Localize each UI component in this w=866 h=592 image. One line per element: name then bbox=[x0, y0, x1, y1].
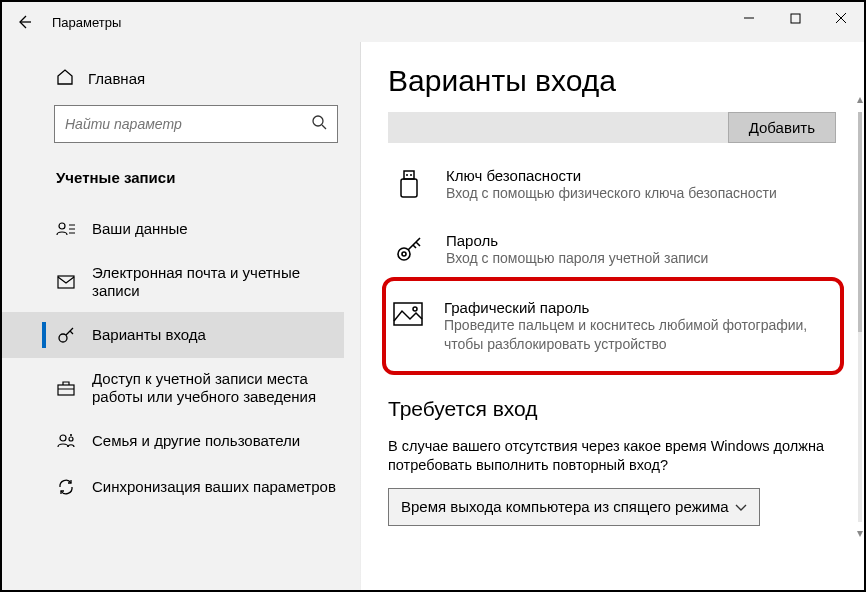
close-button[interactable] bbox=[818, 2, 864, 34]
sidebar-item-label: Электронная почта и учетные записи bbox=[92, 264, 344, 300]
scroll-down-icon[interactable]: ▾ bbox=[852, 526, 864, 542]
minimize-button[interactable] bbox=[726, 2, 772, 34]
svg-rect-3 bbox=[58, 276, 74, 288]
section-title: Учетные записи bbox=[56, 169, 344, 186]
option-text: Пароль Вход с помощью пароля учетной зап… bbox=[446, 232, 708, 267]
signin-option-picture-password[interactable]: Графический пароль Проведите пальцем и к… bbox=[388, 293, 836, 358]
select-value: Время выхода компьютера из спящего режим… bbox=[401, 498, 729, 515]
body: Главная Учетные записи bbox=[2, 42, 864, 590]
option-desc: Вход с помощью пароля учетной записи bbox=[446, 249, 708, 267]
scrollbar[interactable]: ▴ ▾ bbox=[858, 112, 862, 522]
svg-rect-0 bbox=[791, 14, 800, 23]
svg-point-1 bbox=[313, 116, 323, 126]
chevron-down-icon bbox=[735, 498, 747, 515]
sidebar-item-label: Семья и другие пользователи bbox=[92, 432, 344, 450]
usb-key-icon bbox=[392, 167, 426, 202]
svg-point-7 bbox=[69, 437, 73, 441]
titlebar: Параметры bbox=[2, 2, 864, 42]
sidebar-item-label: Ваши данные bbox=[92, 220, 344, 238]
search-field[interactable] bbox=[65, 116, 311, 132]
option-text: Графический пароль Проведите пальцем и к… bbox=[444, 299, 832, 352]
svg-point-4 bbox=[59, 334, 67, 342]
subsection-desc: В случае вашего отсутствия через какое в… bbox=[388, 437, 836, 476]
svg-rect-5 bbox=[58, 385, 74, 395]
sidebar-item-label: Синхронизация ваших параметров bbox=[92, 478, 344, 496]
option-desc: Вход с помощью физического ключа безопас… bbox=[446, 184, 777, 202]
home-label: Главная bbox=[88, 70, 145, 87]
option-title: Ключ безопасности bbox=[446, 167, 777, 184]
key-outline-icon bbox=[392, 232, 426, 267]
sidebar-item-work-school[interactable]: Доступ к учетной записи места работы или… bbox=[2, 358, 344, 418]
svg-point-2 bbox=[59, 223, 65, 229]
back-button[interactable] bbox=[2, 2, 46, 42]
require-signin-select[interactable]: Время выхода компьютера из спящего режим… bbox=[388, 488, 760, 526]
people-icon bbox=[56, 433, 76, 449]
svg-rect-8 bbox=[404, 171, 414, 179]
search-icon bbox=[311, 114, 327, 134]
page-title: Варианты входа bbox=[388, 64, 858, 98]
sidebar-item-your-info[interactable]: Ваши данные bbox=[2, 206, 344, 252]
key-icon bbox=[56, 326, 76, 344]
home-icon bbox=[56, 68, 74, 89]
person-badge-icon bbox=[56, 221, 76, 237]
maximize-button[interactable] bbox=[772, 2, 818, 34]
sidebar-item-sync[interactable]: Синхронизация ваших параметров bbox=[2, 464, 344, 510]
option-desc: Проведите пальцем и коснитесь любимой фо… bbox=[444, 316, 832, 352]
sidebar-item-label: Варианты входа bbox=[92, 326, 344, 344]
picture-icon bbox=[392, 299, 424, 352]
content: Варианты входа Добавить Ключ безопасност… bbox=[360, 42, 864, 590]
option-title: Пароль bbox=[446, 232, 708, 249]
add-row: Добавить bbox=[388, 112, 836, 143]
sidebar-item-email-accounts[interactable]: Электронная почта и учетные записи bbox=[2, 252, 344, 312]
svg-point-11 bbox=[402, 252, 406, 256]
mail-icon bbox=[56, 275, 76, 289]
window-title: Параметры bbox=[46, 15, 121, 30]
scroll-up-icon[interactable]: ▴ bbox=[852, 92, 864, 108]
signin-option-password[interactable]: Пароль Вход с помощью пароля учетной зап… bbox=[388, 226, 836, 273]
option-text: Ключ безопасности Вход с помощью физичес… bbox=[446, 167, 777, 202]
highlight-annotation: Графический пароль Проведите пальцем и к… bbox=[382, 277, 844, 374]
home-link[interactable]: Главная bbox=[50, 64, 344, 105]
sidebar-item-label: Доступ к учетной записи места работы или… bbox=[92, 370, 344, 406]
option-title: Графический пароль bbox=[444, 299, 832, 316]
svg-point-13 bbox=[413, 307, 417, 311]
sync-icon bbox=[56, 478, 76, 496]
sidebar-item-family[interactable]: Семья и другие пользователи bbox=[2, 418, 344, 464]
signin-option-security-key[interactable]: Ключ безопасности Вход с помощью физичес… bbox=[388, 161, 836, 208]
sidebar-item-signin-options[interactable]: Варианты входа bbox=[2, 312, 344, 358]
search-input[interactable] bbox=[54, 105, 338, 143]
nav: Ваши данные Электронная почта и учетные … bbox=[2, 206, 344, 510]
subsection-heading: Требуется вход bbox=[388, 397, 858, 421]
svg-rect-9 bbox=[401, 179, 417, 197]
add-button[interactable]: Добавить bbox=[728, 112, 836, 143]
scroll-thumb[interactable] bbox=[858, 112, 862, 332]
settings-window: Параметры Главная bbox=[0, 0, 866, 592]
briefcase-icon bbox=[56, 380, 76, 396]
svg-point-6 bbox=[60, 435, 66, 441]
sidebar: Главная Учетные записи bbox=[2, 42, 360, 590]
window-controls bbox=[726, 2, 864, 34]
